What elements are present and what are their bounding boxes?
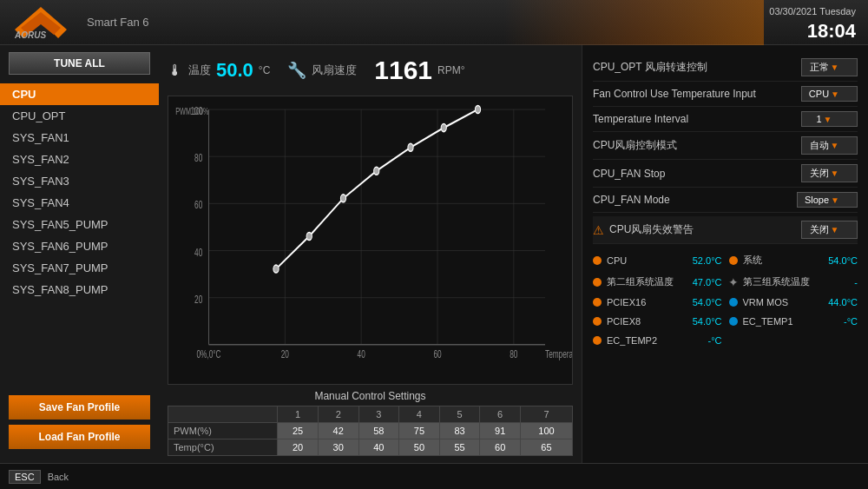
cpu-fan-mode-label: CPU风扇控制模式 [593, 138, 677, 153]
svg-text:40: 40 [194, 247, 202, 258]
cpu-sensor-label: CPU [607, 255, 627, 266]
svg-point-32 [408, 143, 413, 151]
svg-point-30 [340, 195, 345, 202]
cpu-fan-mode-dropdown[interactable]: 自动▼ [801, 136, 858, 155]
chevron-down-icon-4: ▼ [831, 141, 839, 150]
stats-bar: 🌡 温度 50.0 °C 🔧 风扇速度 1161 RPM° [168, 52, 573, 89]
sidebar-item-sys-fan3[interactable]: SYS_FAN3 [0, 170, 159, 192]
logo-area: AORUS Smart Fan 6 [10, 5, 149, 40]
temp-value: 50.0 [216, 59, 253, 82]
temp-4[interactable]: 50 [399, 439, 440, 456]
sidebar-item-cpu[interactable]: CPU [0, 83, 159, 105]
pwm-4[interactable]: 75 [399, 423, 440, 439]
setting-temp-interval: Temperature Interval 1▼ [593, 107, 858, 132]
cpu-fan-mode2-dropdown[interactable]: Slope▼ [797, 192, 858, 208]
pwm-2[interactable]: 42 [318, 423, 358, 439]
fan-control-temp-dropdown[interactable]: CPU▼ [801, 86, 858, 102]
temp-5[interactable]: 55 [439, 439, 480, 456]
fan-curve-chart[interactable]: 100 80 60 40 20 0%,0°C 20 40 60 80 Tempe… [168, 96, 573, 385]
cpu-sensor-indicator [593, 256, 602, 265]
svg-text:60: 60 [433, 348, 441, 360]
pwm-7[interactable]: 100 [520, 423, 572, 439]
svg-text:PWM 100%: PWM 100% [175, 107, 208, 117]
ectemp1-sensor-label: EC_TEMP1 [743, 316, 793, 327]
sidebar-item-sys-fan1[interactable]: SYS_FAN1 [0, 127, 159, 149]
pciex16-sensor-indicator [593, 298, 602, 307]
sys3-sensor-value: - [854, 277, 858, 287]
col-header-empty [168, 406, 278, 423]
temp-3[interactable]: 40 [358, 439, 399, 456]
vrmmos-sensor-value: 44.0°C [828, 297, 858, 307]
sidebar-item-sys-fan8-pump[interactable]: SYS_FAN8_PUMP [0, 279, 159, 301]
datetime-display: 03/30/2021 Tuesday 18:04 [769, 5, 856, 45]
fan-label: 风扇速度 [312, 63, 357, 78]
temp-6[interactable]: 60 [480, 439, 521, 456]
cpu-fan-stop-dropdown[interactable]: 关闭▼ [801, 164, 858, 182]
pwm-6[interactable]: 91 [480, 423, 521, 439]
tune-all-button[interactable]: TUNE ALL [9, 52, 150, 75]
sidebar-item-sys-fan5-pump[interactable]: SYS_FAN5_PUMP [0, 214, 159, 235]
sidebar: TUNE ALL CPU CPU_OPT SYS_FAN1 SYS_FAN2 S… [0, 45, 159, 463]
cpu-fan-failure-warning-row: ⚠ CPU风扇失效警告 关闭▼ [593, 216, 858, 244]
sidebar-item-sys-fan4[interactable]: SYS_FAN4 [0, 192, 159, 214]
svg-rect-3 [168, 96, 572, 384]
rpm-unit: RPM° [437, 64, 464, 76]
pwm-row: PWM(%) 25 42 58 75 83 91 100 [168, 423, 573, 439]
temp-interval-dropdown[interactable]: 1▼ [801, 111, 858, 127]
fan-control-temp-value: CPU▼ [801, 86, 858, 102]
cpu-fan-stop-value: 关闭▼ [801, 164, 858, 182]
manual-settings-table: 1 2 3 4 5 6 7 PWM(%) 25 42 58 [168, 406, 573, 456]
sidebar-item-sys-fan6-pump[interactable]: SYS_FAN6_PUMP [0, 235, 159, 257]
save-fan-profile-button[interactable]: Save Fan Profile [9, 395, 150, 420]
cpu-fan-failure-label: CPU风扇失效警告 [609, 222, 694, 237]
center-panel: 🌡 温度 50.0 °C 🔧 风扇速度 1161 RPM° [159, 45, 582, 463]
sensor-vrmmos: VRM MOS 44.0°C [729, 294, 858, 310]
temp-1[interactable]: 20 [278, 439, 319, 456]
sidebar-item-cpu-opt[interactable]: CPU_OPT [0, 105, 159, 127]
cpu-fan-failure-dropdown[interactable]: 关闭▼ [801, 221, 858, 239]
chevron-down-icon-6: ▼ [831, 195, 839, 205]
table-header-row: 1 2 3 4 5 6 7 [168, 406, 573, 423]
sys3-sensor-label: 第三组系统温度 [743, 275, 810, 288]
back-label: Back [48, 472, 69, 482]
footer: ESC Back [0, 463, 868, 489]
pciex16-sensor-value: 54.0°C [693, 297, 722, 307]
ectemp2-sensor-value: -°C [707, 335, 721, 346]
sensor-grid: CPU 52.0°C 系统 54.0°C 第二组系统温度 47.0°C ✦ 第三… [593, 251, 858, 348]
warning-left: ⚠ CPU风扇失效警告 [593, 222, 694, 237]
temp-7[interactable]: 65 [520, 439, 572, 456]
system-sensor-label: 系统 [743, 254, 762, 267]
temp-stat-group: 🌡 温度 50.0 °C [168, 59, 270, 82]
col-header-1: 1 [278, 406, 319, 423]
pwm-1[interactable]: 25 [278, 423, 319, 439]
svg-text:80: 80 [510, 348, 517, 360]
ectemp2-sensor-label: EC_TEMP2 [607, 335, 657, 346]
temp-label: 温度 [188, 63, 211, 78]
time-display: 18:04 [769, 18, 856, 45]
cpu-opt-fan-dropdown[interactable]: 正常▼ [801, 58, 858, 76]
setting-cpu-fan-control-mode: CPU风扇控制模式 自动▼ [593, 132, 858, 160]
date-display: 03/30/2021 Tuesday [769, 6, 856, 17]
chevron-down-icon-7: ▼ [831, 225, 839, 235]
fan-control-temp-label: Fan Control Use Temperature Input [593, 88, 756, 100]
pwm-3[interactable]: 58 [358, 423, 399, 439]
pciex8-sensor-indicator [593, 317, 602, 326]
svg-point-28 [273, 265, 279, 273]
temp-2[interactable]: 30 [318, 439, 358, 456]
header: AORUS Smart Fan 6 03/30/2021 Tuesday 18:… [0, 0, 868, 45]
svg-point-29 [306, 232, 312, 240]
col-header-6: 6 [480, 406, 521, 423]
fan-curve-svg: 100 80 60 40 20 0%,0°C 20 40 60 80 Tempe… [168, 96, 572, 384]
setting-fan-control-temp: Fan Control Use Temperature Input CPU▼ [593, 82, 858, 107]
svg-text:0%,0°C: 0%,0°C [196, 348, 221, 360]
sensor-ectemp1: EC_TEMP1 -°C [729, 314, 858, 329]
pwm-5[interactable]: 83 [439, 423, 480, 439]
pwm-label: PWM(%) [168, 423, 278, 439]
sidebar-item-sys-fan7-pump[interactable]: SYS_FAN7_PUMP [0, 257, 159, 279]
rpm-stat-group: 1161 RPM° [374, 56, 464, 85]
sidebar-item-sys-fan2[interactable]: SYS_FAN2 [0, 149, 159, 170]
right-panel: CPU_OPT 风扇转速控制 正常▼ Fan Control Use Tempe… [582, 45, 868, 463]
esc-key[interactable]: ESC [9, 470, 41, 484]
svg-text:Temperature 100°C: Temperature 100°C [545, 348, 572, 360]
load-fan-profile-button[interactable]: Load Fan Profile [9, 425, 150, 449]
